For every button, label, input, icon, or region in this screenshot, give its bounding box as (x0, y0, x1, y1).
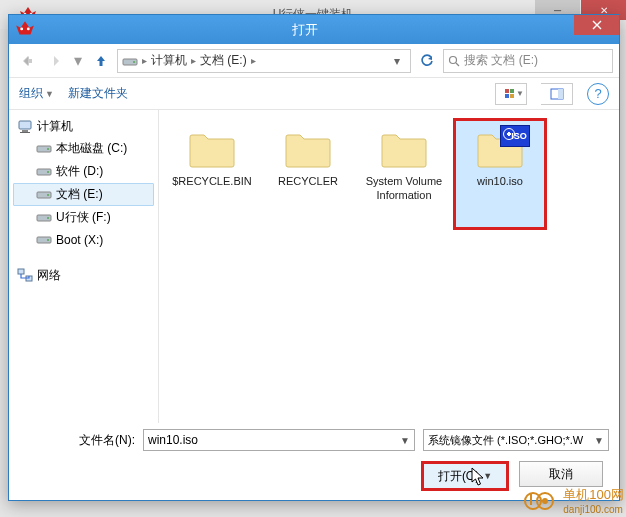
drive-icon (122, 54, 138, 68)
help-button[interactable]: ? (587, 83, 609, 105)
svg-rect-12 (558, 89, 563, 99)
main-area: 计算机 本地磁盘 (C:) 软件 (D:) 文档 (E:) U行侠 (F:) B… (9, 110, 619, 423)
dialog-app-icon (14, 19, 36, 41)
svg-point-19 (47, 171, 49, 173)
drive-icon (36, 164, 52, 180)
sidebar-drive-f[interactable]: U行侠 (F:) (13, 206, 154, 229)
open-button[interactable]: 打开(O)▼ (421, 461, 509, 491)
network-icon (17, 268, 33, 284)
drive-icon (36, 141, 52, 157)
refresh-button[interactable] (415, 49, 439, 73)
svg-rect-13 (19, 121, 31, 129)
watermark-logo-icon (523, 491, 559, 511)
sidebar-computer[interactable]: 计算机 (13, 116, 154, 137)
breadcrumb-computer[interactable]: 计算机 (151, 52, 187, 69)
svg-point-2 (20, 27, 23, 30)
svg-point-21 (47, 194, 49, 196)
close-icon (592, 20, 602, 30)
view-options-button[interactable]: ▼ (495, 83, 527, 105)
svg-point-23 (47, 217, 49, 219)
sidebar-drive-d[interactable]: 软件 (D:) (13, 160, 154, 183)
folder-icon (186, 127, 238, 171)
file-item-iso[interactable]: ISO win10.iso (453, 118, 547, 230)
sidebar-drive-c[interactable]: 本地磁盘 (C:) (13, 137, 154, 160)
chevron-down-icon: ▼ (594, 435, 604, 446)
svg-rect-15 (20, 132, 30, 133)
search-icon (448, 55, 460, 67)
iso-badge-icon: ISO (500, 125, 530, 147)
arrow-right-icon (47, 53, 63, 69)
search-placeholder: 搜索 文档 (E:) (464, 52, 538, 69)
sidebar-drive-x[interactable]: Boot (X:) (13, 229, 154, 251)
organize-menu[interactable]: 组织 ▼ (19, 85, 54, 102)
dialog-titlebar: 打开 (9, 15, 619, 44)
preview-icon (550, 88, 564, 100)
dialog-title: 打开 (36, 21, 574, 39)
computer-icon (17, 119, 33, 135)
new-folder-button[interactable]: 新建文件夹 (68, 85, 128, 102)
svg-rect-7 (505, 89, 509, 93)
sidebar-drive-e[interactable]: 文档 (E:) (13, 183, 154, 206)
refresh-icon (420, 54, 434, 68)
open-dialog: 打开 ▾ ▸ 计算机 ▸ 文档 (E:) ▸ ▾ 搜索 文档 (E:) 组织 ▼… (8, 14, 620, 501)
sidebar-network[interactable]: 网络 (13, 265, 154, 286)
chevron-right-icon: ▸ (251, 55, 256, 66)
file-list[interactable]: $RECYCLE.BIN RECYCLER System Volume Info… (159, 110, 619, 423)
chevron-right-icon: ▸ (142, 55, 147, 66)
chevron-right-icon: ▸ (191, 55, 196, 66)
search-input[interactable]: 搜索 文档 (E:) (443, 49, 613, 73)
drive-icon (36, 232, 52, 248)
nav-up-button[interactable] (89, 49, 113, 73)
svg-point-3 (27, 27, 30, 30)
svg-point-5 (133, 61, 135, 63)
folder-icon (282, 127, 334, 171)
svg-point-6 (450, 56, 457, 63)
arrow-left-icon (19, 53, 35, 69)
drive-icon (36, 210, 52, 226)
nav-history-dropdown[interactable]: ▾ (71, 49, 85, 73)
dialog-close-button[interactable] (574, 15, 619, 35)
file-item-folder[interactable]: RECYCLER (261, 118, 355, 230)
filename-input[interactable]: win10.iso ▼ (143, 429, 415, 451)
nav-row: ▾ ▸ 计算机 ▸ 文档 (E:) ▸ ▾ 搜索 文档 (E:) (9, 44, 619, 78)
breadcrumb-drive[interactable]: 文档 (E:) (200, 52, 247, 69)
nav-back-button[interactable] (15, 49, 39, 73)
file-item-folder[interactable]: System Volume Information (357, 118, 451, 230)
chevron-down-icon: ▼ (400, 435, 410, 446)
svg-rect-26 (18, 269, 24, 274)
svg-rect-10 (510, 94, 514, 98)
filename-label: 文件名(N): (19, 432, 135, 449)
svg-rect-14 (22, 130, 28, 132)
toolbar: 组织 ▼ 新建文件夹 ▼ ? (9, 78, 619, 110)
svg-point-17 (47, 148, 49, 150)
svg-rect-9 (505, 94, 509, 98)
svg-point-30 (542, 498, 548, 504)
address-bar[interactable]: ▸ 计算机 ▸ 文档 (E:) ▸ ▾ (117, 49, 411, 73)
cancel-button[interactable]: 取消 (519, 461, 603, 487)
nav-forward-button[interactable] (43, 49, 67, 73)
folder-icon (378, 127, 430, 171)
watermark: 单机100网 danji100.com (523, 486, 624, 515)
drive-icon (36, 187, 52, 203)
arrow-up-icon (94, 54, 108, 68)
svg-point-25 (47, 239, 49, 241)
address-dropdown[interactable]: ▾ (388, 54, 406, 68)
svg-rect-8 (510, 89, 514, 93)
sidebar: 计算机 本地磁盘 (C:) 软件 (D:) 文档 (E:) U行侠 (F:) B… (9, 110, 159, 423)
preview-pane-button[interactable] (541, 83, 573, 105)
filetype-select[interactable]: 系统镜像文件 (*.ISO;*.GHO;*.W ▼ (423, 429, 609, 451)
file-item-folder[interactable]: $RECYCLE.BIN (165, 118, 259, 230)
